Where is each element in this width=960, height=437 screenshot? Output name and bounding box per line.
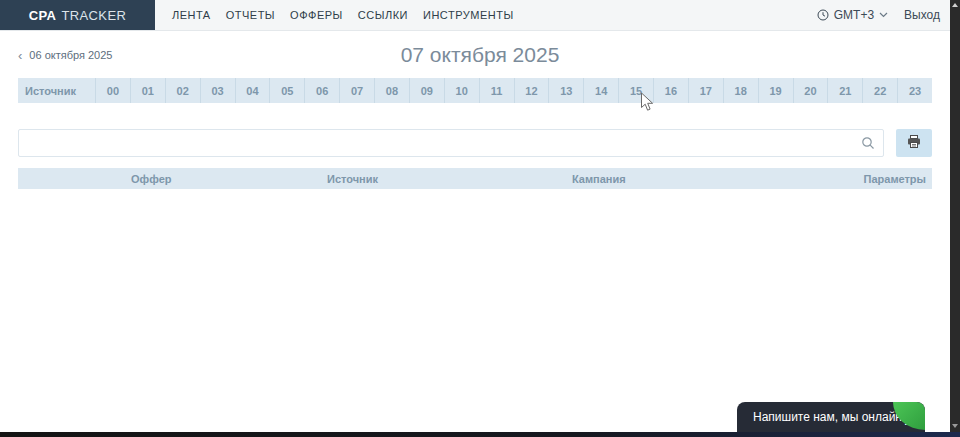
hour-cell-03: 03 bbox=[200, 78, 235, 103]
hour-cell-12: 12 bbox=[514, 78, 549, 103]
hour-cell-18: 18 bbox=[723, 78, 758, 103]
hour-cell-15: 15 bbox=[618, 78, 653, 103]
chevron-down-icon bbox=[879, 12, 888, 18]
hour-cell-10: 10 bbox=[444, 78, 479, 103]
hour-cell-23: 23 bbox=[897, 78, 932, 103]
clock-icon bbox=[817, 9, 829, 21]
scroll-down-icon[interactable] bbox=[952, 424, 958, 428]
brand-logo[interactable]: CPA TRACKER bbox=[0, 0, 155, 30]
scroll-up-icon[interactable] bbox=[952, 3, 958, 7]
menu-item-offers[interactable]: ОФФЕРЫ bbox=[290, 9, 343, 21]
hour-cell-22: 22 bbox=[862, 78, 897, 103]
table-header: Оффер Источник Кампания Параметры bbox=[18, 168, 932, 189]
hours-source-label: Источник bbox=[18, 78, 95, 103]
hours-header-bar: Источник 00 01 02 03 04 05 06 07 08 09 1… bbox=[18, 78, 932, 103]
timezone-label: GMT+3 bbox=[834, 8, 874, 22]
vertical-scrollbar[interactable] bbox=[950, 0, 960, 437]
hour-cell-07: 07 bbox=[339, 78, 374, 103]
bottom-edge-strip bbox=[0, 432, 960, 437]
brand-bold: CPA bbox=[29, 8, 57, 23]
jivo-leaf-icon bbox=[893, 402, 925, 430]
hour-cell-02: 02 bbox=[165, 78, 200, 103]
hour-cell-14: 14 bbox=[583, 78, 618, 103]
top-navigation: CPA TRACKER ЛЕНТА ОТЧЕТЫ ОФФЕРЫ ССЫЛКИ И… bbox=[0, 0, 960, 31]
hour-cell-01: 01 bbox=[130, 78, 165, 103]
page-title: 07 октября 2025 bbox=[401, 43, 560, 67]
hour-cell-04: 04 bbox=[235, 78, 270, 103]
table-col-campaign: Кампания bbox=[572, 173, 864, 185]
prev-date-link[interactable]: ‹ 06 октября 2025 bbox=[18, 48, 112, 61]
hour-cell-06: 06 bbox=[304, 78, 339, 103]
menu-item-tools[interactable]: ИНСТРУМЕНТЫ bbox=[423, 9, 514, 21]
logout-button[interactable]: Выход bbox=[904, 8, 940, 22]
hour-cell-00: 00 bbox=[95, 78, 130, 103]
table-col-source: Источник bbox=[327, 173, 572, 185]
menu-item-lenta[interactable]: ЛЕНТА bbox=[172, 9, 211, 21]
hour-cell-08: 08 bbox=[374, 78, 409, 103]
topnav-right: GMT+3 Выход bbox=[817, 0, 960, 30]
menu-item-reports[interactable]: ОТЧЕТЫ bbox=[226, 9, 275, 21]
chat-widget[interactable]: Напишите нам, мы онлайн! jivo bbox=[737, 402, 925, 432]
search-input[interactable] bbox=[18, 129, 884, 157]
main-menu: ЛЕНТА ОТЧЕТЫ ОФФЕРЫ ССЫЛКИ ИНСТРУМЕНТЫ bbox=[172, 0, 514, 30]
hour-cell-05: 05 bbox=[269, 78, 304, 103]
hour-cell-11: 11 bbox=[479, 78, 514, 103]
hour-cell-09: 09 bbox=[409, 78, 444, 103]
hour-cell-16: 16 bbox=[653, 78, 688, 103]
hour-cell-13: 13 bbox=[548, 78, 583, 103]
hour-cell-21: 21 bbox=[827, 78, 862, 103]
timezone-selector[interactable]: GMT+3 bbox=[817, 8, 888, 22]
search-icon[interactable] bbox=[861, 136, 875, 154]
brand-light: TRACKER bbox=[61, 8, 126, 23]
search-wrap bbox=[18, 129, 884, 157]
date-row: ‹ 06 октября 2025 07 октября 2025 bbox=[0, 31, 960, 78]
table-col-params: Параметры bbox=[864, 173, 932, 185]
hour-cell-20: 20 bbox=[793, 78, 828, 103]
hour-cell-19: 19 bbox=[758, 78, 793, 103]
page-content: Источник 00 01 02 03 04 05 06 07 08 09 1… bbox=[18, 78, 932, 189]
chevron-left-icon: ‹ bbox=[18, 48, 22, 61]
print-icon bbox=[907, 135, 921, 151]
print-button[interactable] bbox=[896, 129, 932, 157]
menu-item-links[interactable]: ССЫЛКИ bbox=[358, 9, 408, 21]
table-col-offer: Оффер bbox=[131, 173, 327, 185]
chat-message: Напишите нам, мы онлайн! bbox=[737, 410, 905, 424]
hour-cell-17: 17 bbox=[688, 78, 723, 103]
search-row bbox=[18, 129, 932, 157]
prev-date-label: 06 октября 2025 bbox=[29, 49, 112, 61]
